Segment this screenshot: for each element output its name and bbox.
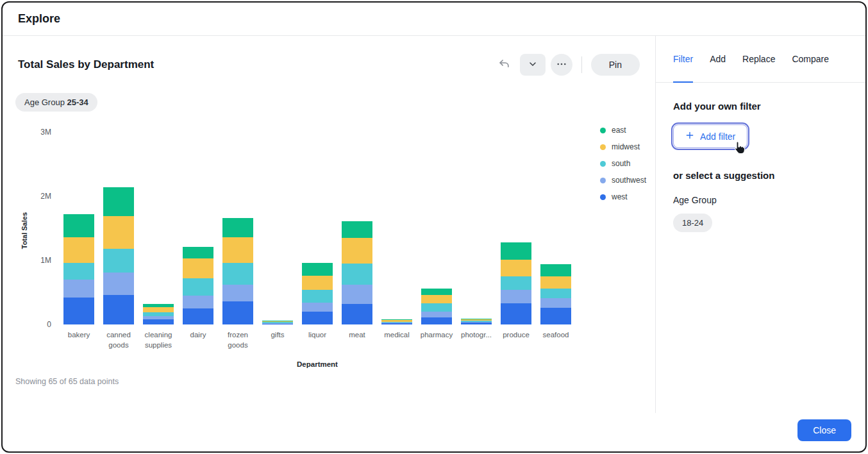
tab-replace[interactable]: Replace — [742, 36, 775, 82]
tab-compare[interactable]: Compare — [792, 36, 829, 82]
toolbar-divider — [581, 56, 582, 73]
legend-item-southwest[interactable]: southwest — [600, 176, 646, 185]
legend-item-south[interactable]: south — [600, 159, 646, 168]
segment-west-canned-goods[interactable] — [103, 295, 134, 324]
segment-midwest-frozen-goods[interactable] — [222, 237, 253, 263]
segment-west-frozen-goods[interactable] — [222, 301, 253, 324]
segment-south-liquor[interactable] — [302, 290, 333, 303]
segment-midwest-liquor[interactable] — [302, 276, 333, 290]
bar-stack — [183, 247, 213, 324]
segment-southwest-meat[interactable] — [342, 285, 372, 304]
bar-produce[interactable] — [496, 242, 536, 324]
legend-label: southwest — [612, 176, 646, 185]
segment-west-produce[interactable] — [501, 303, 531, 324]
bar-gifts[interactable] — [258, 321, 297, 324]
undo-button[interactable] — [494, 54, 515, 76]
segment-southwest-seafood[interactable] — [540, 298, 571, 308]
legend-dot — [600, 128, 606, 133]
bar-pharmacy[interactable] — [417, 289, 456, 324]
segment-east-liquor[interactable] — [302, 263, 333, 276]
segment-southwest-liquor[interactable] — [302, 303, 333, 312]
segment-west-bakery[interactable] — [63, 298, 94, 324]
segment-east-meat[interactable] — [342, 221, 372, 238]
suggestion-chip-18-24[interactable]: 18-24 — [673, 214, 712, 232]
bar-cleaning-supplies[interactable] — [138, 304, 178, 324]
segment-west-dairy[interactable] — [183, 308, 213, 324]
segment-south-pharmacy[interactable] — [421, 303, 452, 312]
pin-button[interactable]: Pin — [591, 54, 640, 76]
bar-meat[interactable] — [337, 221, 377, 324]
segment-southwest-dairy[interactable] — [183, 296, 213, 308]
segment-east-canned-goods[interactable] — [103, 187, 134, 216]
segment-south-meat[interactable] — [342, 264, 372, 285]
segment-east-dairy[interactable] — [183, 247, 213, 258]
segment-south-bakery[interactable] — [63, 263, 94, 280]
segment-east-pharmacy[interactable] — [421, 289, 452, 295]
filter-chip-age-group[interactable]: Age Group 25-34 — [15, 93, 97, 112]
tab-add[interactable]: Add — [710, 36, 726, 82]
legend-dot — [600, 161, 606, 167]
filter-chip-label: Age Group — [24, 97, 65, 107]
bar-dairy[interactable] — [178, 247, 218, 324]
tab-filter[interactable]: Filter — [673, 36, 693, 82]
more-options-button[interactable] — [551, 54, 572, 76]
bar-stack — [222, 218, 253, 324]
filter-panel-body: Add your own filter Add filter or se — [655, 83, 865, 250]
segment-midwest-canned-goods[interactable] — [103, 216, 134, 249]
segment-midwest-meat[interactable] — [342, 238, 372, 264]
segment-west-pharmacy[interactable] — [421, 317, 452, 324]
bar-seafood[interactable] — [536, 264, 576, 324]
segment-east-frozen-goods[interactable] — [222, 218, 253, 237]
bar-frozen-goods[interactable] — [218, 218, 258, 324]
bar-medical[interactable] — [377, 319, 417, 324]
segment-midwest-pharmacy[interactable] — [421, 295, 452, 303]
segment-south-canned-goods[interactable] — [103, 249, 134, 273]
legend-label: midwest — [612, 142, 640, 151]
bar-liquor[interactable] — [297, 263, 337, 324]
close-button[interactable]: Close — [797, 419, 851, 441]
segment-south-seafood[interactable] — [540, 289, 571, 298]
bar-canned-goods[interactable] — [99, 187, 138, 324]
segment-west-liquor[interactable] — [302, 312, 333, 324]
segment-midwest-produce[interactable] — [501, 260, 531, 276]
segment-midwest-cleaning-supplies[interactable] — [143, 307, 174, 312]
segment-west-photogr[interactable] — [461, 323, 492, 324]
segment-east-seafood[interactable] — [540, 264, 571, 276]
segment-southwest-frozen-goods[interactable] — [222, 285, 253, 301]
legend-item-west[interactable]: west — [600, 192, 646, 201]
undo-dropdown-button[interactable] — [520, 54, 546, 76]
segment-southwest-produce[interactable] — [501, 290, 531, 303]
segment-south-produce[interactable] — [501, 276, 531, 290]
legend-dot — [600, 178, 606, 183]
segment-midwest-dairy[interactable] — [183, 258, 213, 278]
legend-label: east — [612, 126, 626, 135]
legend-item-east[interactable]: east — [600, 126, 646, 135]
segment-south-dairy[interactable] — [183, 278, 213, 296]
y-tick-label: 2M — [40, 192, 51, 200]
plot-bars — [59, 132, 576, 324]
y-tick-label: 1M — [40, 256, 51, 264]
bar-stack — [381, 319, 412, 324]
segment-east-produce[interactable] — [501, 242, 531, 260]
x-tick-label: canned goods — [99, 330, 138, 350]
segment-southwest-canned-goods[interactable] — [103, 273, 134, 295]
bar-stack — [103, 187, 134, 324]
segment-west-gifts[interactable] — [262, 324, 293, 324]
segment-southwest-pharmacy[interactable] — [421, 312, 452, 317]
bar-photogr[interactable] — [456, 319, 496, 324]
filter-chip-value: 25-34 — [67, 97, 88, 107]
chevron-down-icon — [528, 59, 538, 71]
bar-bakery[interactable] — [59, 214, 99, 324]
segment-west-cleaning-supplies[interactable] — [143, 319, 174, 324]
segment-west-seafood[interactable] — [540, 308, 571, 324]
segment-east-bakery[interactable] — [63, 214, 94, 237]
legend-item-midwest[interactable]: midwest — [600, 142, 646, 151]
segment-midwest-seafood[interactable] — [540, 276, 571, 289]
segment-southwest-bakery[interactable] — [63, 280, 94, 298]
segment-west-meat[interactable] — [342, 304, 372, 324]
app-header: Explore — [3, 3, 865, 36]
segment-west-medical[interactable] — [381, 323, 412, 324]
segment-south-frozen-goods[interactable] — [222, 263, 253, 285]
segment-midwest-bakery[interactable] — [63, 237, 94, 263]
x-tick-label: produce — [496, 330, 536, 350]
